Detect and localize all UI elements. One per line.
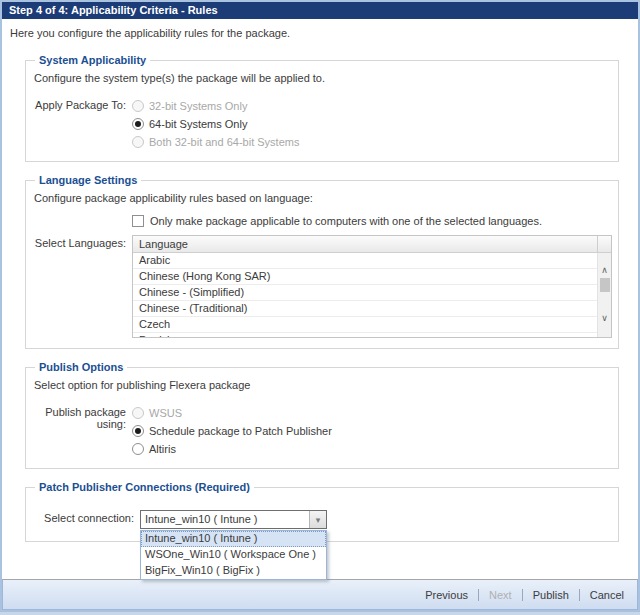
radio-button-icon[interactable] bbox=[132, 118, 144, 130]
section-title-publish-options: Publish Options bbox=[35, 361, 127, 373]
language-settings-description: Configure package applicability rules ba… bbox=[34, 192, 612, 204]
languages-scrollbar[interactable]: ∧ ∨ bbox=[597, 253, 611, 337]
dropdown-item-intune[interactable]: Intune_win10 ( Intune ) bbox=[141, 531, 326, 547]
section-title-patch-publisher-connections: Patch Publisher Connections (Required) bbox=[35, 481, 254, 493]
cancel-button[interactable]: Cancel bbox=[586, 587, 628, 603]
radio-altiris[interactable]: Altiris bbox=[132, 440, 332, 458]
language-filter-checkbox[interactable] bbox=[132, 215, 144, 227]
languages-list-header: Language bbox=[133, 236, 611, 253]
language-filter-checkbox-label: Only make package applicable to computer… bbox=[150, 215, 542, 227]
radio-label: Both 32-bit and 64-bit Systems bbox=[149, 136, 299, 148]
radio-label: 32-bit Systems Only bbox=[149, 100, 247, 112]
intro-text: Here you configure the applicability rul… bbox=[10, 27, 638, 39]
footer-separator bbox=[478, 589, 479, 601]
language-row-czech[interactable]: Czech bbox=[133, 317, 597, 333]
radio-button-icon bbox=[132, 407, 144, 419]
footer-separator bbox=[579, 589, 580, 601]
publish-using-radio-group: WSUS Schedule package to Patch Publisher… bbox=[132, 404, 332, 458]
language-row-arabic[interactable]: Arabic bbox=[133, 253, 597, 269]
radio-label: Altiris bbox=[149, 443, 176, 455]
connection-combobox[interactable]: Intune_win10 ( Intune ) ▾ bbox=[140, 510, 327, 529]
dropdown-item-workspace-one[interactable]: WSOne_Win10 ( Workspace One ) bbox=[141, 547, 326, 563]
wizard-dialog: Step 4 of 4: Applicability Criteria - Ru… bbox=[0, 0, 640, 612]
radio-button-icon[interactable] bbox=[132, 443, 144, 455]
radio-label: 64-bit Systems Only bbox=[149, 118, 247, 130]
language-row-chinese-simplified[interactable]: Chinese - (Simplified) bbox=[133, 285, 597, 301]
select-languages-label: Select Languages: bbox=[34, 235, 126, 338]
publish-package-using-label: Publish package using: bbox=[34, 404, 126, 458]
languages-list-header-scroll-cell bbox=[597, 236, 611, 252]
publish-options-description: Select option for publishing Flexera pac… bbox=[34, 379, 612, 391]
apply-package-to-radio-group: 32-bit Systems Only 64-bit Systems Only … bbox=[132, 97, 299, 151]
connection-dropdown-list: Intune_win10 ( Intune ) WSOne_Win10 ( Wo… bbox=[140, 530, 327, 580]
section-title-system-applicability: System Applicability bbox=[35, 54, 150, 66]
radio-both-32-64bit-systems: Both 32-bit and 64-bit Systems bbox=[132, 133, 299, 151]
radio-button-icon bbox=[132, 100, 144, 112]
chevron-down-icon: ▾ bbox=[316, 515, 321, 525]
radio-button-icon bbox=[132, 136, 144, 148]
language-row-chinese-hong-kong[interactable]: Chinese (Hong Kong SAR) bbox=[133, 269, 597, 285]
dropdown-item-bigfix[interactable]: BigFix_Win10 ( BigFix ) bbox=[141, 563, 326, 579]
section-patch-publisher-connections: Patch Publisher Connections (Required) S… bbox=[25, 481, 619, 542]
scrollbar-thumb[interactable] bbox=[600, 278, 610, 292]
connection-combobox-value: Intune_win10 ( Intune ) bbox=[141, 511, 309, 528]
languages-listbox: Language Arabic Chinese (Hong Kong SAR) … bbox=[132, 235, 612, 338]
publish-button[interactable]: Publish bbox=[529, 587, 573, 603]
languages-rows: Arabic Chinese (Hong Kong SAR) Chinese -… bbox=[133, 253, 597, 337]
radio-64bit-systems-only[interactable]: 64-bit Systems Only bbox=[132, 115, 299, 133]
radio-wsus: WSUS bbox=[132, 404, 332, 422]
scroll-up-icon[interactable]: ∧ bbox=[601, 265, 608, 275]
language-row-chinese-traditional[interactable]: Chinese - (Traditional) bbox=[133, 301, 597, 317]
footer-bar: Previous Next Publish Cancel bbox=[2, 579, 638, 610]
previous-button[interactable]: Previous bbox=[421, 587, 472, 603]
footer-separator bbox=[522, 589, 523, 601]
language-filter-checkbox-row[interactable]: Only make package applicable to computer… bbox=[132, 213, 612, 229]
next-button: Next bbox=[485, 587, 516, 603]
radio-32bit-systems-only: 32-bit Systems Only bbox=[132, 97, 299, 115]
language-row-danish[interactable]: Danish bbox=[133, 333, 597, 337]
section-system-applicability: System Applicability Configure the syste… bbox=[25, 54, 619, 162]
radio-label: Schedule package to Patch Publisher bbox=[149, 425, 332, 437]
select-connection-label: Select connection: bbox=[34, 510, 134, 529]
radio-label: WSUS bbox=[149, 407, 182, 419]
apply-package-to-label: Apply Package To: bbox=[34, 97, 126, 151]
radio-button-icon[interactable] bbox=[132, 425, 144, 437]
language-column-header: Language bbox=[133, 236, 597, 252]
radio-schedule-to-patch-publisher[interactable]: Schedule package to Patch Publisher bbox=[132, 422, 332, 440]
combobox-dropdown-button[interactable]: ▾ bbox=[309, 511, 326, 528]
dialog-title: Step 4 of 4: Applicability Criteria - Ru… bbox=[2, 2, 638, 19]
section-title-language-settings: Language Settings bbox=[35, 174, 141, 186]
section-language-settings: Language Settings Configure package appl… bbox=[25, 174, 619, 349]
system-applicability-description: Configure the system type(s) the package… bbox=[34, 72, 612, 84]
section-publish-options: Publish Options Select option for publis… bbox=[25, 361, 619, 469]
scroll-down-icon[interactable]: ∨ bbox=[601, 313, 608, 323]
